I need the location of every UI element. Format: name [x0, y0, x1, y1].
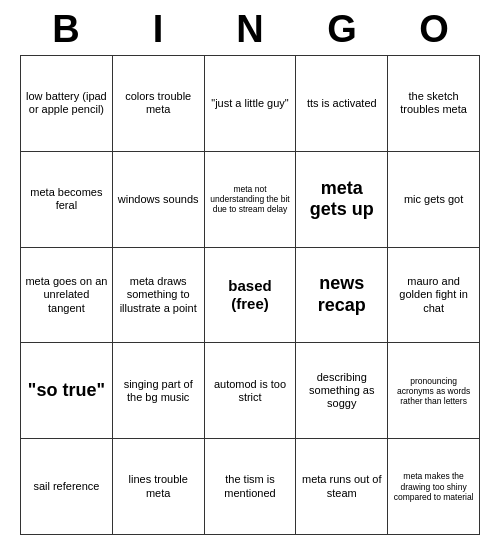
title-g: G [319, 8, 365, 51]
bingo-cell-3[interactable]: tts is activated [296, 56, 388, 152]
bingo-cell-7[interactable]: meta not understanding the bit due to st… [205, 152, 297, 248]
bingo-cell-17[interactable]: automod is too strict [205, 343, 297, 439]
bingo-cell-22[interactable]: the tism is mentioned [205, 439, 297, 535]
bingo-cell-24[interactable]: meta makes the drawing too shiny compare… [388, 439, 480, 535]
title-n: N [227, 8, 273, 51]
bingo-cell-19[interactable]: pronouncing acronyms as words rather tha… [388, 343, 480, 439]
title-b: B [43, 8, 89, 51]
bingo-cell-11[interactable]: meta draws something to illustrate a poi… [113, 248, 205, 344]
title-i: I [135, 8, 181, 51]
bingo-cell-10[interactable]: meta goes on an unrelated tangent [21, 248, 113, 344]
bingo-cell-20[interactable]: sail reference [21, 439, 113, 535]
bingo-cell-8[interactable]: meta gets up [296, 152, 388, 248]
bingo-cell-18[interactable]: describing something as soggy [296, 343, 388, 439]
bingo-cell-21[interactable]: lines trouble meta [113, 439, 205, 535]
bingo-cell-13[interactable]: news recap [296, 248, 388, 344]
bingo-cell-1[interactable]: colors trouble meta [113, 56, 205, 152]
bingo-grid: low battery (ipad or apple pencil)colors… [20, 55, 480, 535]
bingo-cell-6[interactable]: windows sounds [113, 152, 205, 248]
title-o: O [411, 8, 457, 51]
bingo-cell-16[interactable]: singing part of the bg music [113, 343, 205, 439]
bingo-cell-15[interactable]: "so true" [21, 343, 113, 439]
bingo-title: B I N G O [20, 0, 480, 55]
bingo-cell-9[interactable]: mic gets got [388, 152, 480, 248]
bingo-cell-23[interactable]: meta runs out of steam [296, 439, 388, 535]
bingo-cell-12[interactable]: based (free) [205, 248, 297, 344]
bingo-cell-14[interactable]: mauro and golden fight in chat [388, 248, 480, 344]
bingo-cell-4[interactable]: the sketch troubles meta [388, 56, 480, 152]
bingo-cell-2[interactable]: "just a little guy" [205, 56, 297, 152]
bingo-cell-5[interactable]: meta becomes feral [21, 152, 113, 248]
bingo-cell-0[interactable]: low battery (ipad or apple pencil) [21, 56, 113, 152]
